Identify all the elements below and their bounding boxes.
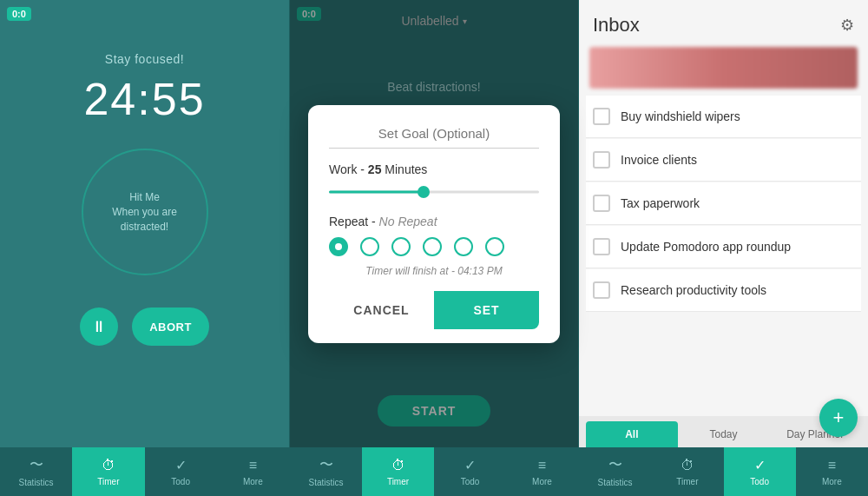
- tab-all[interactable]: All: [586, 421, 678, 447]
- timer-icon-mid: ⏱: [391, 458, 405, 473]
- inbox-item-2[interactable]: Tax paperwork: [586, 182, 861, 225]
- checkbox-1[interactable]: [593, 151, 610, 169]
- statistics-icon-inbox: 〜: [608, 456, 622, 474]
- bottom-nav-middle: 〜 Statistics ⏱ Timer ✓ Todo ≡ More: [290, 447, 578, 496]
- nav-more-inbox[interactable]: ≡ More: [796, 447, 868, 496]
- panel-inbox: Inbox ⚙ Buy windshield wipers Invoice cl…: [579, 0, 868, 496]
- nav-statistics-inbox[interactable]: 〜 Statistics: [579, 447, 651, 496]
- nav-todo-label-left: Todo: [171, 477, 190, 486]
- nav-statistics-label-inbox: Statistics: [598, 478, 633, 487]
- inbox-header: Inbox ⚙: [579, 0, 868, 47]
- timer-actions: ⏸ ABORT: [80, 308, 209, 346]
- work-label: Work -: [329, 162, 368, 176]
- nav-timer-mid[interactable]: ⏱ Timer: [362, 447, 434, 496]
- nav-timer-label-mid: Timer: [387, 477, 409, 486]
- nav-statistics-label-mid: Statistics: [308, 478, 343, 487]
- nav-timer-label-inbox: Timer: [676, 477, 698, 486]
- repeat-label-row: Repeat - No Repeat: [329, 215, 539, 228]
- checkbox-3[interactable]: [593, 238, 610, 255]
- slider-fill: [329, 190, 424, 193]
- nav-more-left[interactable]: ≡ More: [217, 447, 289, 496]
- inbox-item-1[interactable]: Invoice clients: [586, 139, 861, 182]
- more-icon-inbox: ≡: [828, 458, 836, 473]
- timer-circle: Hit Me When you are distracted!: [76, 142, 214, 281]
- nav-statistics-left[interactable]: 〜 Statistics: [0, 447, 72, 496]
- inbox-title: Inbox: [593, 14, 640, 36]
- todo-icon-left: ✓: [175, 457, 187, 473]
- inbox-item-0[interactable]: Buy windshield wipers: [586, 96, 861, 138]
- checkbox-0[interactable]: [593, 108, 610, 125]
- panel-middle: 0:0 Unlabelled ▾ Beat distractions! Work…: [289, 0, 579, 496]
- work-slider[interactable]: [329, 183, 539, 201]
- goal-input[interactable]: [329, 122, 539, 149]
- inbox-item-4[interactable]: Research productivity tools: [586, 269, 861, 312]
- nav-timer-label-left: Timer: [97, 477, 119, 486]
- inbox-item-text-3: Update Pomodoro app roundup: [621, 240, 791, 254]
- bottom-nav-left: 〜 Statistics ⏱ Timer ✓ Todo ≡ More: [0, 447, 289, 496]
- repeat-dot-6[interactable]: [485, 237, 504, 256]
- nav-more-label-left: More: [243, 477, 263, 486]
- nav-statistics-label-left: Statistics: [19, 478, 54, 487]
- more-icon-mid: ≡: [538, 458, 546, 473]
- inbox-item-text-2: Tax paperwork: [621, 196, 700, 210]
- nav-more-label-mid: More: [532, 477, 552, 486]
- checkbox-4[interactable]: [593, 281, 610, 299]
- nav-more-mid[interactable]: ≡ More: [506, 447, 578, 496]
- nav-todo-label-inbox: Todo: [750, 477, 769, 486]
- cancel-button[interactable]: CANCEL: [329, 291, 434, 329]
- hit-me-text: Hit Me When you are distracted!: [110, 190, 180, 234]
- top-badge-left: 0:0: [7, 7, 31, 21]
- checkbox-2[interactable]: [593, 195, 610, 212]
- todo-icon-mid: ✓: [464, 457, 476, 473]
- nav-todo-label-mid: Todo: [461, 477, 480, 486]
- nav-todo-inbox[interactable]: ✓ Todo: [724, 447, 796, 496]
- repeat-value: No Repeat: [379, 215, 437, 228]
- repeat-dot-1[interactable]: [329, 237, 348, 256]
- bottom-nav-inbox: 〜 Statistics ⏱ Timer ✓ Todo ≡ More: [579, 447, 868, 496]
- slider-thumb: [418, 186, 430, 198]
- timer-icon-left: ⏱: [102, 458, 115, 473]
- nav-todo-left[interactable]: ✓ Todo: [145, 447, 217, 496]
- nav-timer-inbox[interactable]: ⏱ Timer: [651, 447, 723, 496]
- panel-left-timer: 0:0 Stay focused! 24:55 Hit Me When you …: [0, 0, 289, 496]
- timer-display: 24:55: [83, 73, 205, 125]
- nav-timer-left[interactable]: ⏱ Timer: [72, 447, 144, 496]
- statistics-icon-left: 〜: [30, 456, 43, 474]
- repeat-dots-row: [329, 237, 539, 256]
- abort-button[interactable]: ABORT: [132, 308, 209, 346]
- repeat-dot-5[interactable]: [454, 237, 473, 256]
- inbox-item-text-0: Buy windshield wipers: [621, 109, 740, 123]
- todo-icon-inbox: ✓: [754, 457, 766, 473]
- work-minutes: 25: [368, 162, 382, 176]
- pause-button[interactable]: ⏸: [80, 308, 118, 346]
- work-label-row: Work - 25 Minutes: [329, 162, 539, 176]
- inbox-item-text-1: Invoice clients: [621, 153, 697, 167]
- more-icon-left: ≡: [249, 458, 257, 473]
- timer-finish-info: Timer will finish at - 04:13 PM: [329, 265, 539, 277]
- repeat-label: Repeat -: [329, 215, 379, 228]
- timer-icon-inbox: ⏱: [681, 458, 694, 473]
- slider-track: [329, 190, 539, 193]
- modal-buttons: CANCEL SET: [329, 291, 539, 329]
- inbox-item-3[interactable]: Update Pomodoro app roundup: [586, 226, 861, 268]
- inbox-item-text-4: Research productivity tools: [621, 283, 766, 297]
- repeat-dot-3[interactable]: [391, 237, 411, 256]
- repeat-dot-4[interactable]: [423, 237, 442, 256]
- nav-more-label-inbox: More: [822, 477, 842, 486]
- statistics-icon-mid: 〜: [319, 456, 333, 474]
- inbox-list: Buy windshield wipers Invoice clients Ta…: [579, 96, 868, 416]
- repeat-dot-2[interactable]: [360, 237, 379, 256]
- modal-overlay: Work - 25 Minutes Repeat - No Repeat Tim…: [290, 0, 578, 447]
- nav-statistics-mid[interactable]: 〜 Statistics: [290, 447, 362, 496]
- nav-todo-mid[interactable]: ✓ Todo: [434, 447, 506, 496]
- stay-focused-text: Stay focused!: [105, 52, 184, 66]
- gear-icon[interactable]: ⚙: [840, 16, 854, 35]
- work-unit: Minutes: [381, 162, 427, 176]
- blurred-image-bar: [589, 47, 858, 89]
- add-task-fab[interactable]: +: [819, 399, 858, 437]
- modal-card: Work - 25 Minutes Repeat - No Repeat Tim…: [308, 105, 560, 343]
- tab-today[interactable]: Today: [678, 421, 770, 447]
- set-button[interactable]: SET: [434, 291, 539, 329]
